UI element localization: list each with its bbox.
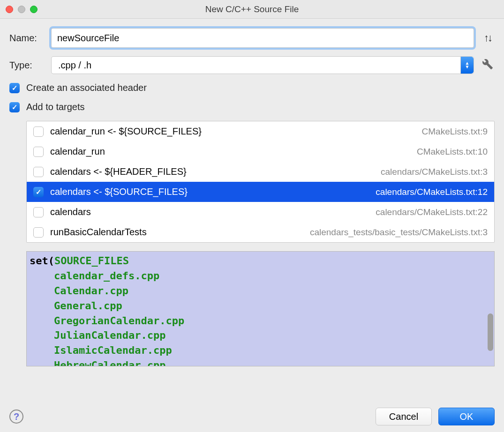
- code-line: calendar_defs.cpp: [30, 268, 491, 283]
- close-window-button[interactable]: [6, 6, 13, 13]
- window-title: New C/C++ Source File: [0, 4, 504, 15]
- target-row[interactable]: calendarscalendars/CMakeLists.txt:22: [27, 202, 494, 222]
- scrollbar[interactable]: [487, 253, 493, 365]
- target-location: calendars/CMakeLists.txt:22: [376, 207, 488, 217]
- traffic-lights: [6, 6, 38, 13]
- target-name: calendars <- ${HEADER_FILES}: [50, 166, 374, 177]
- code-line: HebrewCalendar.cpp: [30, 358, 491, 366]
- target-location: calendars/CMakeLists.txt:3: [381, 167, 488, 177]
- target-row[interactable]: calendar_run <- ${SOURCE_FILES}CMakeList…: [27, 121, 494, 142]
- create-header-label: Create an associated header: [26, 82, 147, 93]
- add-targets-checkbox[interactable]: ✓: [9, 102, 20, 112]
- target-name: runBasicCalendarTests: [50, 227, 303, 238]
- target-row[interactable]: runBasicCalendarTestscalendars_tests/bas…: [27, 222, 494, 242]
- cancel-button[interactable]: Cancel: [376, 408, 432, 425]
- title-bar: New C/C++ Source File: [0, 0, 504, 19]
- target-checkbox[interactable]: [33, 147, 44, 157]
- scrollbar-thumb[interactable]: [488, 313, 493, 351]
- target-checkbox[interactable]: [33, 167, 44, 177]
- target-location: calendars/CMakeLists.txt:12: [376, 187, 488, 197]
- target-checkbox[interactable]: ✓: [33, 187, 44, 197]
- dialog-content: Name: ↑↓ Type: .cpp / .h ▲ ▼ ✓ Create an…: [0, 19, 504, 366]
- help-icon[interactable]: ?: [9, 410, 23, 424]
- code-line: set(SOURCE_FILES: [30, 253, 491, 268]
- target-location: CMakeLists.txt:10: [417, 147, 488, 157]
- wrench-icon[interactable]: [481, 59, 495, 72]
- targets-list: calendar_run <- ${SOURCE_FILES}CMakeList…: [26, 121, 495, 243]
- target-checkbox[interactable]: [33, 127, 44, 137]
- target-row[interactable]: calendars <- ${HEADER_FILES}calendars/CM…: [27, 162, 494, 182]
- create-header-checkbox[interactable]: ✓: [9, 83, 20, 93]
- select-chevron-icon: ▲ ▼: [460, 57, 474, 74]
- target-name: calendar_run <- ${SOURCE_FILES}: [50, 126, 415, 137]
- dialog-footer: ? Cancel OK: [0, 401, 504, 432]
- name-input[interactable]: [51, 28, 474, 48]
- zoom-window-button[interactable]: [30, 6, 38, 13]
- target-name: calendars: [50, 207, 369, 217]
- code-line: GregorianCalendar.cpp: [30, 313, 491, 328]
- code-line: IslamicCalendar.cpp: [30, 343, 491, 358]
- name-row: Name: ↑↓: [9, 28, 495, 48]
- type-select[interactable]: .cpp / .h ▲ ▼: [51, 56, 474, 74]
- create-header-checkbox-row[interactable]: ✓ Create an associated header: [9, 82, 495, 93]
- add-targets-checkbox-row[interactable]: ✓ Add to targets: [9, 102, 495, 112]
- type-label: Type:: [9, 60, 45, 71]
- target-checkbox[interactable]: [33, 227, 44, 238]
- target-name: calendar_run: [50, 146, 410, 157]
- type-value: .cpp / .h: [58, 60, 91, 71]
- target-name: calendars <- ${SOURCE_FILES}: [50, 186, 369, 197]
- target-row[interactable]: calendar_runCMakeLists.txt:10: [27, 142, 494, 162]
- minimize-window-button[interactable]: [18, 6, 25, 13]
- code-line: JulianCalendar.cpp: [30, 328, 491, 343]
- target-location: CMakeLists.txt:9: [422, 127, 488, 137]
- code-line: General.cpp: [30, 298, 491, 313]
- target-location: calendars_tests/basic_tests/CMakeLists.t…: [310, 227, 488, 238]
- sort-arrows-icon[interactable]: ↑↓: [481, 32, 495, 44]
- ok-button[interactable]: OK: [438, 408, 495, 425]
- code-preview: set(SOURCE_FILEScalendar_defs.cppCalenda…: [26, 251, 495, 366]
- type-row: Type: .cpp / .h ▲ ▼: [9, 56, 495, 74]
- name-label: Name:: [9, 33, 45, 44]
- add-targets-label: Add to targets: [26, 102, 85, 112]
- target-checkbox[interactable]: [33, 207, 44, 217]
- target-row[interactable]: ✓calendars <- ${SOURCE_FILES}calendars/C…: [27, 182, 494, 202]
- code-line: Calendar.cpp: [30, 283, 491, 298]
